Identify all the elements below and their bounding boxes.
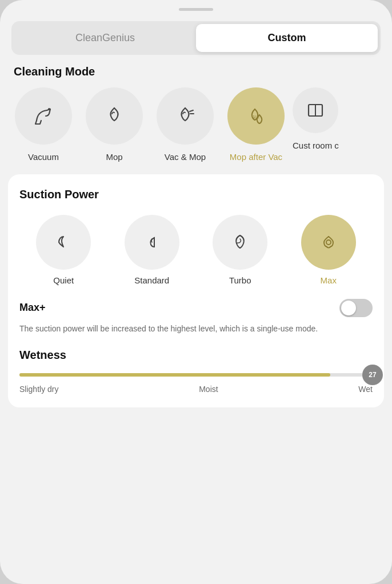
wetness-title: Wetness xyxy=(19,349,373,362)
mode-mop-circle xyxy=(86,87,143,145)
vacuum-icon xyxy=(31,103,56,129)
mode-mop[interactable]: Mop xyxy=(80,87,149,163)
mode-mop-after-vac-label: Mop after Vac xyxy=(230,151,282,163)
power-turbo-label: Turbo xyxy=(229,275,251,285)
wetness-label-moist: Moist xyxy=(199,385,218,394)
suction-power-title: Suction Power xyxy=(19,188,373,201)
tab-custom[interactable]: Custom xyxy=(196,24,378,52)
power-quiet-circle xyxy=(36,215,91,270)
svg-point-6 xyxy=(326,240,331,245)
mode-vacuum-label: Vacuum xyxy=(28,151,59,163)
drag-handle xyxy=(179,8,213,11)
wetness-slider-track: 27 xyxy=(19,373,373,377)
mode-custom-room[interactable]: Cust room c xyxy=(293,87,339,163)
mode-vac-mop-circle xyxy=(157,87,214,145)
mode-vacuum[interactable]: Vacuum xyxy=(9,87,78,163)
quiet-icon xyxy=(52,231,75,254)
power-turbo[interactable]: Turbo xyxy=(213,215,267,285)
mode-vac-mop[interactable]: Vac & Mop xyxy=(151,87,219,163)
turbo-icon xyxy=(229,231,251,254)
max-plus-label: Max+ xyxy=(19,302,46,314)
mode-mop-after-vac-circle: 1 / 2 xyxy=(227,87,285,145)
tab-switcher: CleanGenius Custom xyxy=(11,21,381,55)
power-max[interactable]: Max xyxy=(301,215,356,285)
mop-icon xyxy=(102,103,127,129)
wetness-label-wet: Wet xyxy=(358,385,373,394)
max-plus-toggle[interactable] xyxy=(339,299,373,317)
power-max-circle xyxy=(301,215,356,270)
svg-point-0 xyxy=(48,108,50,110)
wetness-label-slightly-dry: Slightly dry xyxy=(19,385,58,394)
standard-icon xyxy=(141,231,163,254)
wetness-slider-labels: Slightly dry Moist Wet xyxy=(19,385,373,394)
custom-room-icon xyxy=(303,98,328,123)
max-plus-description: The suction power will be increased to t… xyxy=(19,323,373,335)
mode-custom-room-label: Cust room c xyxy=(293,140,339,151)
mode-mop-after-vac[interactable]: 1 / 2 Mop after Vac xyxy=(222,87,290,163)
cleaning-modes-list: Vacuum Mop Vac & Mop xyxy=(0,87,392,163)
power-standard-label: Standard xyxy=(134,275,169,285)
power-standard-circle xyxy=(125,215,179,270)
power-options-list: Quiet Standard xyxy=(19,215,373,285)
wetness-slider-container: 27 xyxy=(19,373,373,377)
mop-after-vac-icon: 1 / 2 xyxy=(243,103,269,129)
max-icon xyxy=(317,231,340,254)
phone-container: CleanGenius Custom Cleaning Mode Vacuum xyxy=(0,0,392,584)
cleaning-mode-title: Cleaning Mode xyxy=(14,65,378,78)
power-max-label: Max xyxy=(321,275,337,285)
tab-cleangenius[interactable]: CleanGenius xyxy=(14,24,196,52)
vac-mop-icon xyxy=(173,103,198,129)
mode-mop-label: Mop xyxy=(106,151,122,163)
wetness-slider-thumb[interactable]: 27 xyxy=(362,365,383,385)
power-quiet-label: Quiet xyxy=(53,275,74,285)
power-turbo-circle xyxy=(213,215,267,270)
power-standard[interactable]: Standard xyxy=(125,215,179,285)
wetness-slider-fill: 27 xyxy=(19,373,330,377)
max-plus-row: Max+ xyxy=(19,299,373,317)
mode-vac-mop-label: Vac & Mop xyxy=(165,151,206,163)
mode-vacuum-circle xyxy=(15,87,72,145)
power-quiet[interactable]: Quiet xyxy=(36,215,91,285)
mode-custom-room-circle xyxy=(293,87,338,133)
suction-power-card: Suction Power Quiet St xyxy=(8,174,384,407)
